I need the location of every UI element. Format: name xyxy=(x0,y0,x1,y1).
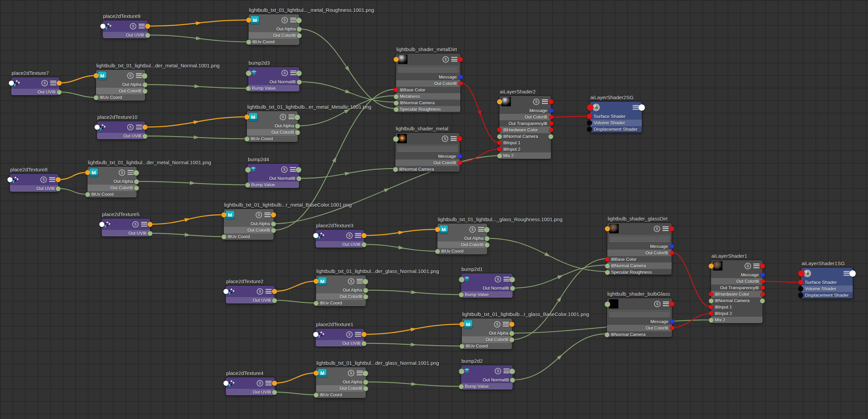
swatch-toggle-icon[interactable]: S xyxy=(494,321,500,328)
node-header[interactable]: S xyxy=(396,54,460,65)
node-lightbulb-shader-metaldirt[interactable]: lightbulb_shader_metalDirtSMessageOut Co… xyxy=(396,54,460,112)
node-input-dot[interactable] xyxy=(393,136,399,142)
swatch-toggle-icon[interactable]: S xyxy=(346,232,353,239)
port-bump-value-dot[interactable] xyxy=(459,384,464,389)
node-input-dot[interactable] xyxy=(798,270,805,277)
port-out-normal-dot[interactable] xyxy=(297,80,302,85)
expand-menu-icon[interactable] xyxy=(49,177,55,182)
node-header[interactable]: MS xyxy=(316,367,366,379)
node-bump2d2[interactable]: bump2d2SOut Normal⊞Bump Value xyxy=(461,365,513,390)
node-header[interactable]: S xyxy=(102,218,150,230)
node-input-dot[interactable] xyxy=(9,81,14,86)
node-output-dot[interactable] xyxy=(57,81,62,86)
port-out-alpha-dot[interactable] xyxy=(509,331,514,336)
port-out-uv-dot[interactable] xyxy=(145,33,150,38)
port-out-transparency-dot[interactable] xyxy=(549,121,553,126)
node-header[interactable]: S xyxy=(248,164,299,175)
node-lightbulb-shader-bulbglass[interactable]: lightbulb_shader_bulbGlassSMessageOut Co… xyxy=(607,298,672,337)
expand-menu-icon[interactable] xyxy=(451,136,457,141)
expand-menu-icon[interactable] xyxy=(663,226,669,231)
node-input-dot[interactable] xyxy=(221,212,226,217)
node-header[interactable]: S xyxy=(607,223,672,234)
port-out-alpha-dot[interactable] xyxy=(295,124,300,129)
expand-menu-icon[interactable] xyxy=(844,271,850,276)
node-input-dot[interactable] xyxy=(94,73,99,78)
port-out-uv-dot[interactable] xyxy=(57,90,62,95)
node-input-dot[interactable] xyxy=(246,18,251,23)
port-normal-camera-dot[interactable] xyxy=(709,298,714,303)
port-out-uv-dot[interactable] xyxy=(361,341,367,346)
swatch-toggle-icon[interactable]: S xyxy=(654,301,660,307)
node-output-dot[interactable] xyxy=(548,99,553,104)
port-normal-camera-dot[interactable] xyxy=(548,134,553,139)
node-input-dot[interactable] xyxy=(244,114,250,120)
node-lightbulb-shader-metal[interactable]: lightbulb_shader_metalSMessageOut Color⊞… xyxy=(395,133,460,172)
swatch-toggle-icon[interactable]: S xyxy=(745,263,751,269)
node-input-dot[interactable] xyxy=(435,227,440,232)
port-out-color-dot[interactable] xyxy=(509,337,514,342)
node-output-dot[interactable] xyxy=(147,222,153,227)
port-normal-camera-dot[interactable] xyxy=(394,101,399,106)
node-header[interactable]: S xyxy=(461,273,513,285)
port-out-color-dot[interactable] xyxy=(670,251,674,255)
node-name-field[interactable] xyxy=(398,66,458,72)
expand-menu-icon[interactable] xyxy=(139,24,145,28)
expand-menu-icon[interactable] xyxy=(290,18,296,22)
node-place2dtexture9[interactable]: place2dTexture9SOut UV⊞ xyxy=(103,20,148,38)
port-out-color-dot[interactable] xyxy=(549,115,553,119)
node-place2dtexture7[interactable]: place2dTexture7SOut UV⊞ xyxy=(11,77,59,95)
node-header[interactable] xyxy=(590,102,642,113)
swatch-toggle-icon[interactable]: S xyxy=(257,288,263,295)
node-name-field[interactable] xyxy=(397,145,458,152)
node-output-dot[interactable] xyxy=(361,233,367,238)
node-lightbulb-txt-01-lightbulb-r-glass-basecolor-1001-png[interactable]: lightbulb_txt_01_lightbulb...r_glass_Bas… xyxy=(462,318,512,349)
node-lightbulb-txt-01-lightbulb-er-metal-metallic-1001-png[interactable]: lightbulb_txt_01_lightbulb...er_metal_Me… xyxy=(247,111,298,142)
port-out-color-dot[interactable] xyxy=(458,81,463,86)
node-input-dot[interactable] xyxy=(95,125,100,130)
port-volume-shader-dot[interactable] xyxy=(587,120,592,125)
node-lightbulb-txt-01-lightbul-glass-roughness-1001-png[interactable]: lightbulb_txt_01_lightbul..._glass_Rough… xyxy=(437,224,487,254)
port-input-2-dot[interactable] xyxy=(497,147,501,151)
node-header[interactable]: S xyxy=(10,174,58,185)
swatch-toggle-icon[interactable]: S xyxy=(281,17,288,23)
swatch-toggle-icon[interactable]: S xyxy=(348,370,354,376)
node-output-dot[interactable] xyxy=(296,70,302,76)
port-out-alpha-dot[interactable] xyxy=(485,236,490,241)
port-out-alpha-dot[interactable] xyxy=(297,27,302,32)
node-place2dtexture5[interactable]: place2dTexture5SOut UV⊞ xyxy=(102,218,150,236)
port-bump-value-dot[interactable] xyxy=(459,292,464,297)
node-lightbulb-txt-01-lightbul-der-glass-normal-1001-png[interactable]: lightbulb_txt_01_lightbul...der_glass_No… xyxy=(316,367,366,398)
node-lightbulb-txt-01-lightbul-der-glass-normal-1001-png[interactable]: lightbulb_txt_01_lightbul...der_glass_No… xyxy=(316,275,366,306)
port-out-uv-dot[interactable] xyxy=(142,134,147,139)
port-uv-coord-dot[interactable] xyxy=(435,249,440,254)
expand-menu-icon[interactable] xyxy=(141,222,147,227)
swatch-toggle-icon[interactable]: S xyxy=(495,368,501,374)
node-output-dot[interactable] xyxy=(669,226,674,231)
port-volume-shader-dot[interactable] xyxy=(798,286,803,291)
port-hardware-color-dot[interactable] xyxy=(549,128,553,132)
node-output-dot[interactable] xyxy=(296,18,302,23)
port-uv-coord-dot[interactable] xyxy=(244,137,250,142)
expand-menu-icon[interactable] xyxy=(136,73,142,78)
port-metalness-dot[interactable] xyxy=(394,94,399,99)
node-header[interactable]: S xyxy=(248,67,299,79)
expand-menu-icon[interactable] xyxy=(478,227,484,232)
swatch-toggle-icon[interactable]: S xyxy=(469,226,476,233)
node-place2dtexture2[interactable]: place2dTexture2SOut UV⊞ xyxy=(226,286,275,303)
node-output-dot[interactable] xyxy=(56,177,61,182)
swatch-toggle-icon[interactable]: S xyxy=(533,99,539,105)
port-out-color-dot[interactable] xyxy=(271,228,276,233)
swatch-toggle-icon[interactable]: S xyxy=(281,166,288,173)
expand-menu-icon[interactable] xyxy=(451,57,457,62)
node-lightbulb-txt-01-lightbulb-r-metal-basecolor-1001-png[interactable]: lightbulb_txt_01_lightbulb...r_metal_Bas… xyxy=(224,209,274,240)
node-header[interactable]: MS xyxy=(247,111,298,123)
port-hardware-color-dot[interactable] xyxy=(709,292,713,296)
swatch-toggle-icon[interactable]: S xyxy=(346,331,353,338)
node-header[interactable]: S xyxy=(226,377,275,389)
port-specular-roughness-dot[interactable] xyxy=(394,107,399,112)
node-lightbulb-txt-01-lightbul-metal-roughness-1001-png[interactable]: lightbulb_txt_01_lightbul..._metal_Rough… xyxy=(249,14,299,45)
node-input-dot[interactable] xyxy=(313,332,318,337)
node-header[interactable]: S xyxy=(316,329,364,340)
port-bump-value-dot[interactable] xyxy=(246,86,251,91)
port-displacement-shader-dot[interactable] xyxy=(587,127,592,132)
